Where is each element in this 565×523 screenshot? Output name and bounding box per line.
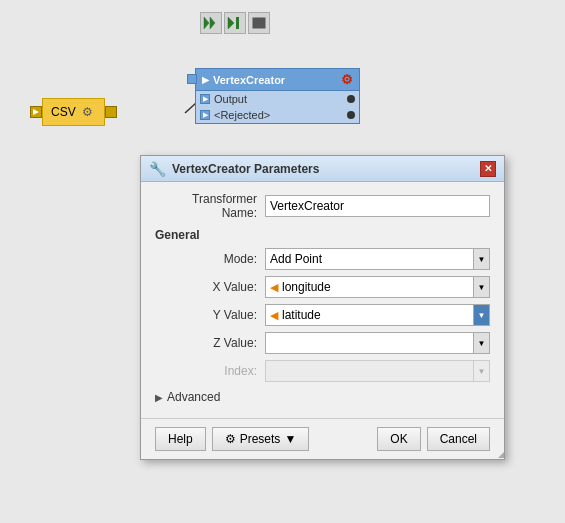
y-value-text: latitude: [282, 308, 321, 322]
z-dropdown-container: ▼: [265, 332, 490, 354]
advanced-label: Advanced: [167, 390, 220, 404]
mode-label: Mode:: [155, 252, 265, 266]
vc-header-arrow: ▶: [202, 75, 209, 85]
ok-button[interactable]: OK: [377, 427, 420, 451]
csv-output-port: [105, 106, 117, 118]
presets-icon: ⚙: [225, 432, 236, 446]
run-btn[interactable]: [200, 12, 222, 34]
y-value[interactable]: ◀ latitude: [265, 304, 474, 326]
y-value-row: Y Value: ◀ latitude ▼: [155, 304, 490, 326]
presets-button[interactable]: ⚙ Presets ▼: [212, 427, 310, 451]
vc-rejected-port-row: ▶ <Rejected>: [196, 107, 359, 123]
index-row: Index: ▼: [155, 360, 490, 382]
dialog-title: VertexCreator Parameters: [172, 162, 474, 176]
mode-dropdown-container: Add Point ▼: [265, 248, 490, 270]
presets-arrow-icon: ▼: [284, 432, 296, 446]
vc-node: ▶ VertexCreator ⚙ ▶ Output ▶ <Rejected>: [195, 68, 360, 124]
vc-input-port: [187, 74, 197, 84]
dialog: 🔧 VertexCreator Parameters ✕ Transformer…: [140, 155, 505, 460]
resize-handle[interactable]: ◢: [494, 449, 504, 459]
toolbar: [200, 12, 270, 34]
ok-button-label: OK: [390, 432, 407, 446]
x-value-row: X Value: ◀ longitude ▼: [155, 276, 490, 298]
svg-marker-2: [228, 17, 234, 29]
csv-gear-icon[interactable]: ⚙: [82, 105, 96, 119]
y-label: Y Value:: [155, 308, 265, 322]
z-dropdown-arrow[interactable]: ▼: [474, 332, 490, 354]
index-value: [265, 360, 474, 382]
dialog-title-icon: 🔧: [149, 161, 166, 177]
advanced-section[interactable]: ▶ Advanced: [155, 390, 490, 404]
x-value-text: longitude: [282, 280, 331, 294]
transformer-name-input[interactable]: [265, 195, 490, 217]
transformer-name-row: Transformer Name:: [155, 192, 490, 220]
vc-output-label: Output: [214, 93, 247, 105]
close-button[interactable]: ✕: [480, 161, 496, 177]
y-value-icon: ◀: [270, 309, 278, 322]
help-button[interactable]: Help: [155, 427, 206, 451]
vc-output-dot: [347, 95, 355, 103]
vc-gear-icon[interactable]: ⚙: [341, 72, 353, 87]
y-dropdown-container: ◀ latitude ▼: [265, 304, 490, 326]
dialog-body: Transformer Name: General Mode: Add Poin…: [141, 182, 504, 418]
y-dropdown-arrow[interactable]: ▼: [474, 304, 490, 326]
vc-node-header: ▶ VertexCreator ⚙: [195, 68, 360, 91]
advanced-arrow-icon: ▶: [155, 392, 163, 403]
x-label: X Value:: [155, 280, 265, 294]
dialog-titlebar: 🔧 VertexCreator Parameters ✕: [141, 156, 504, 182]
cancel-button[interactable]: Cancel: [427, 427, 490, 451]
cancel-button-label: Cancel: [440, 432, 477, 446]
index-dropdown-arrow: ▼: [474, 360, 490, 382]
general-section-header: General: [155, 228, 490, 242]
vc-node-title: VertexCreator: [213, 74, 285, 86]
svg-rect-3: [236, 17, 239, 29]
mode-value[interactable]: Add Point: [265, 248, 474, 270]
help-button-label: Help: [168, 432, 193, 446]
vc-rejected-label: <Rejected>: [214, 109, 270, 121]
x-value[interactable]: ◀ longitude: [265, 276, 474, 298]
step-btn[interactable]: [224, 12, 246, 34]
svg-rect-4: [253, 18, 265, 28]
vc-rejected-port-arrow: ▶: [200, 110, 210, 120]
mode-value-text: Add Point: [270, 252, 322, 266]
csv-node: CSV ⚙: [30, 98, 117, 126]
svg-marker-0: [204, 17, 209, 29]
csv-input-port: [30, 106, 42, 118]
svg-marker-1: [210, 17, 215, 29]
x-value-icon: ◀: [270, 281, 278, 294]
z-value-input[interactable]: [265, 332, 474, 354]
stop-btn[interactable]: [248, 12, 270, 34]
transformer-name-label: Transformer Name:: [155, 192, 265, 220]
dialog-footer: Help ⚙ Presets ▼ OK Cancel: [141, 418, 504, 459]
vc-output-port-row: ▶ Output: [196, 91, 359, 107]
x-dropdown-arrow[interactable]: ▼: [474, 276, 490, 298]
x-dropdown-container: ◀ longitude ▼: [265, 276, 490, 298]
index-dropdown-container: ▼: [265, 360, 490, 382]
mode-dropdown-arrow[interactable]: ▼: [474, 248, 490, 270]
presets-button-label: Presets: [240, 432, 281, 446]
vc-output-port-arrow: ▶: [200, 94, 210, 104]
csv-node-label: CSV: [51, 105, 76, 119]
vc-ports: ▶ Output ▶ <Rejected>: [195, 91, 360, 124]
index-label: Index:: [155, 364, 265, 378]
mode-row: Mode: Add Point ▼: [155, 248, 490, 270]
vc-rejected-dot: [347, 111, 355, 119]
z-value-row: Z Value: ▼: [155, 332, 490, 354]
csv-node-body: CSV ⚙: [42, 98, 105, 126]
z-label: Z Value:: [155, 336, 265, 350]
